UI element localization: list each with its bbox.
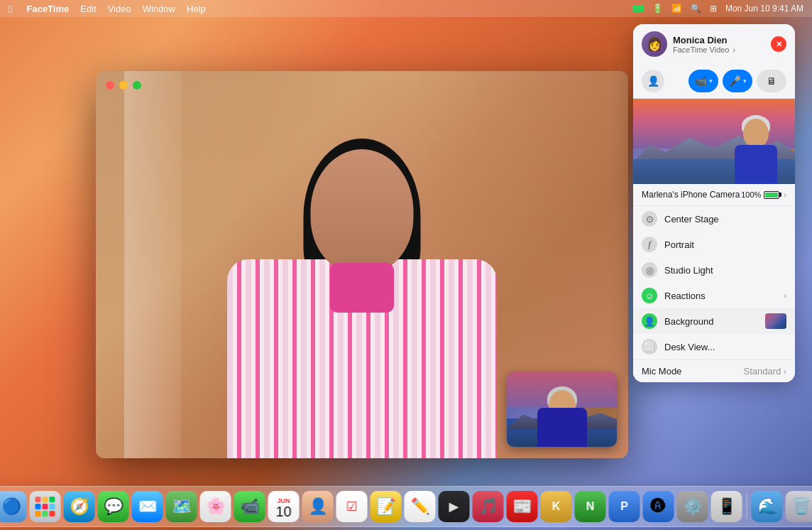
facetime-window: [96, 71, 628, 458]
collar: [330, 263, 394, 313]
menubar-edit[interactable]: Edit: [80, 4, 96, 14]
dock-item-news[interactable]: 📰: [507, 491, 538, 522]
datetime-display: Mon Jun 10 9:41 AM: [725, 4, 803, 13]
battery-icon: [764, 191, 779, 199]
portrait-icon: f: [642, 237, 657, 252]
dock-item-photos[interactable]: 🌸: [200, 491, 231, 522]
studio-light-label: Studio Light: [664, 265, 786, 276]
dock-item-appletv[interactable]: ▶: [439, 491, 470, 522]
battery-percent-label: 100%: [741, 190, 761, 199]
background-icon: 👤: [642, 313, 657, 329]
dock-item-music[interactable]: 🎵: [473, 491, 504, 522]
desk-view-icon: ⬜: [642, 339, 657, 355]
dock-item-pages[interactable]: P: [609, 491, 640, 522]
menubar-help[interactable]: Help: [187, 4, 206, 14]
face: [311, 149, 414, 274]
dock-item-notes[interactable]: 📝: [371, 491, 402, 522]
window-light-effect: [124, 71, 181, 458]
dock: 🔵 🧭 💬 ✉️ 🗺️ 🌸 📹 JUN: [0, 486, 812, 527]
sv-shirt: [537, 408, 587, 447]
dock-item-launchpad[interactable]: [30, 491, 61, 522]
menu-item-studio-light[interactable]: ◎ Studio Light: [633, 257, 795, 283]
dock-item-mail[interactable]: ✉️: [132, 491, 163, 522]
menubar-right: 🔋 📶 🔍 ⊞ Mon Jun 10 9:41 AM: [632, 4, 803, 13]
facetime-background: [96, 71, 628, 458]
center-stage-icon: ⊙: [642, 211, 657, 227]
person-container: [185, 103, 539, 458]
menu-item-background[interactable]: 👤 Background: [633, 308, 795, 334]
battery-menu-icon: 🔋: [652, 4, 663, 13]
reactions-label: Reactions: [664, 291, 777, 301]
thumbnail-preview: [765, 313, 786, 329]
mic-mode-value: Standard: [744, 366, 781, 377]
background-label: Background: [664, 316, 758, 327]
menu-item-reactions[interactable]: ☺ Reactions ›: [633, 283, 795, 308]
center-stage-label: Center Stage: [664, 214, 786, 225]
call-type: FaceTime Video ›: [673, 45, 765, 54]
dock-item-appstore[interactable]: 🅐: [643, 491, 674, 522]
menu-item-portrait[interactable]: f Portrait: [633, 232, 795, 257]
apple-menu[interactable]: : [9, 3, 12, 15]
self-view-inner: [507, 372, 617, 447]
wifi-icon: 📶: [671, 4, 682, 13]
dock-item-reminders[interactable]: ☑: [336, 491, 368, 522]
menubar-window[interactable]: Window: [143, 4, 175, 14]
video-control-button[interactable]: 📹 ▾: [688, 70, 718, 92]
dock-item-iphone-mirror[interactable]: 📱: [711, 491, 742, 522]
menubar:  FaceTime Edit Video Window Help 🔋 📶 🔍 …: [0, 0, 812, 17]
control-center-icon[interactable]: ⊞: [710, 4, 717, 13]
dock-item-messages[interactable]: 💬: [98, 491, 129, 522]
battery-fill: [765, 193, 778, 198]
dock-item-keynote[interactable]: K: [541, 491, 572, 522]
menubar-video[interactable]: Video: [108, 4, 131, 14]
dock-item-contacts[interactable]: 👤: [302, 491, 334, 522]
menu-item-desk-view[interactable]: ⬜ Desk View...: [633, 334, 795, 359]
close-panel-button[interactable]: ✕: [771, 36, 786, 52]
window-controls[interactable]: [106, 81, 141, 90]
dock-item-safari[interactable]: 🧭: [64, 491, 95, 522]
dock-item-trash[interactable]: 🗑️: [786, 491, 813, 522]
calendar-month: JUN: [268, 497, 300, 504]
close-button[interactable]: [106, 81, 114, 90]
menubar-app-name[interactable]: FaceTime: [26, 4, 69, 14]
camera-chevron-icon: ›: [784, 190, 786, 199]
camera-status-icon: [632, 5, 644, 12]
person-control-button[interactable]: 👤: [642, 70, 664, 92]
dock-separator: [747, 494, 747, 519]
self-view-thumbnail[interactable]: [507, 372, 617, 447]
battery-tip: [779, 193, 781, 197]
prev-head: [743, 119, 769, 148]
dock-item-freeform[interactable]: ✏️: [405, 491, 436, 522]
camera-source-row[interactable]: Marlena's iPhone Camera 100% ›: [633, 184, 795, 206]
fullscreen-button[interactable]: [133, 81, 141, 90]
dock-item-system-settings[interactable]: ⚙️: [677, 491, 708, 522]
dock-item-finder[interactable]: 🔵: [0, 491, 27, 522]
screen-share-button[interactable]: 🖥: [757, 70, 786, 92]
panel-header: 👩 Monica Dien FaceTime Video › ✕: [633, 24, 795, 64]
menu-item-center-stage[interactable]: ⊙ Center Stage: [633, 206, 795, 232]
studio-light-icon: ◎: [642, 262, 657, 278]
prev-shirt: [735, 145, 777, 184]
reactions-icon: ☺: [642, 288, 657, 303]
panel-header-text: Monica Dien FaceTime Video ›: [673, 35, 765, 54]
mic-mode-chevron-icon: ›: [784, 367, 786, 376]
mic-mode-row[interactable]: Mic Mode Standard ›: [633, 359, 795, 382]
mic-control-button[interactable]: 🎤 ▾: [723, 70, 752, 92]
search-icon[interactable]: 🔍: [691, 4, 701, 13]
dock-item-screen-saver[interactable]: 🌊: [752, 491, 783, 522]
dock-item-calendar[interactable]: JUN 10: [268, 491, 300, 522]
calendar-day: 10: [275, 504, 291, 519]
dock-item-maps[interactable]: 🗺️: [166, 491, 197, 522]
dock-item-numbers[interactable]: N: [575, 491, 606, 522]
preview-person: [731, 106, 781, 184]
portrait-label: Portrait: [664, 239, 786, 250]
camera-source-name: Marlena's iPhone Camera: [642, 190, 741, 200]
mic-mode-label: Mic Mode: [642, 366, 744, 377]
dock-item-facetime[interactable]: 📹: [234, 491, 265, 522]
video-preview: [633, 99, 795, 184]
contact-name: Monica Dien: [673, 35, 765, 45]
contact-avatar: 👩: [642, 31, 667, 57]
minimize-button[interactable]: [119, 81, 128, 90]
panel-controls-row: 👤 📹 ▾ 🎤 ▾ 🖥: [633, 64, 795, 99]
reactions-chevron-icon: ›: [784, 291, 786, 300]
